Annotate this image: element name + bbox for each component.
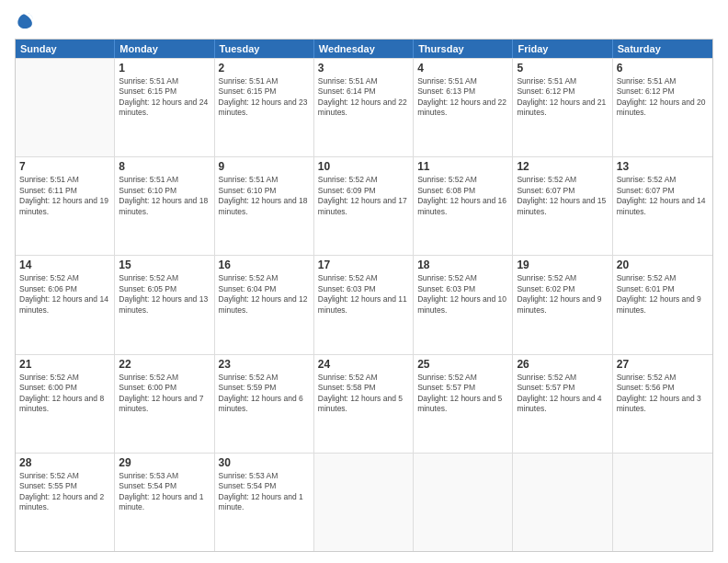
day-cell-25: 25Sunrise: 5:52 AMSunset: 5:57 PMDayligh… [414,355,513,453]
day-info: Sunrise: 5:52 AMSunset: 5:56 PMDaylight:… [617,373,709,415]
day-number: 5 [517,62,608,75]
day-cell-16: 16Sunrise: 5:52 AMSunset: 6:04 PMDayligh… [215,256,314,353]
day-number: 1 [119,62,210,75]
logo-icon [15,11,35,31]
day-number: 11 [417,160,508,173]
day-cell-17: 17Sunrise: 5:52 AMSunset: 6:03 PMDayligh… [314,256,414,353]
calendar-grid: SundayMondayTuesdayWednesdayThursdayFrid… [15,39,713,552]
weekday-header-saturday: Saturday [613,40,712,58]
day-info: Sunrise: 5:51 AMSunset: 6:13 PMDaylight:… [417,76,508,119]
day-number: 4 [417,62,508,75]
day-number: 14 [19,259,110,271]
day-cell-3: 3Sunrise: 5:51 AMSunset: 6:14 PMDaylight… [314,59,414,156]
weekday-header-friday: Friday [513,40,612,58]
day-cell-empty-4-6 [613,454,712,551]
day-number: 3 [318,62,409,75]
day-cell-empty-4-3 [314,454,414,551]
day-number: 27 [617,358,709,371]
weekday-header-wednesday: Wednesday [314,40,414,58]
day-info: Sunrise: 5:51 AMSunset: 6:12 PMDaylight:… [517,76,608,119]
day-number: 15 [119,259,210,271]
day-number: 12 [517,160,608,173]
day-number: 17 [318,259,409,271]
day-cell-5: 5Sunrise: 5:51 AMSunset: 6:12 PMDaylight… [513,59,612,156]
header [15,11,713,31]
day-cell-18: 18Sunrise: 5:52 AMSunset: 6:03 PMDayligh… [414,256,513,353]
day-cell-empty-4-4 [414,454,513,551]
day-cell-1: 1Sunrise: 5:51 AMSunset: 6:15 PMDaylight… [115,59,214,156]
day-number: 19 [517,259,608,271]
weekday-header-tuesday: Tuesday [215,40,314,58]
day-cell-19: 19Sunrise: 5:52 AMSunset: 6:02 PMDayligh… [513,256,612,353]
day-cell-13: 13Sunrise: 5:52 AMSunset: 6:07 PMDayligh… [613,157,712,255]
day-cell-6: 6Sunrise: 5:51 AMSunset: 6:12 PMDaylight… [613,59,712,156]
day-info: Sunrise: 5:52 AMSunset: 5:58 PMDaylight:… [318,373,409,415]
day-number: 6 [617,62,709,75]
day-info: Sunrise: 5:52 AMSunset: 5:57 PMDaylight:… [517,373,608,415]
week-row-2: 7Sunrise: 5:51 AMSunset: 6:11 PMDaylight… [16,156,712,255]
weekday-header-row: SundayMondayTuesdayWednesdayThursdayFrid… [16,40,712,58]
calendar-page: SundayMondayTuesdayWednesdayThursdayFrid… [0,0,728,563]
day-info: Sunrise: 5:53 AMSunset: 5:54 PMDaylight:… [219,471,310,513]
day-cell-27: 27Sunrise: 5:52 AMSunset: 5:56 PMDayligh… [613,355,712,453]
day-number: 21 [19,358,110,371]
day-number: 25 [417,358,508,371]
day-number: 16 [219,259,310,271]
day-cell-26: 26Sunrise: 5:52 AMSunset: 5:57 PMDayligh… [513,355,612,453]
day-info: Sunrise: 5:52 AMSunset: 6:06 PMDaylight:… [19,273,110,316]
day-info: Sunrise: 5:52 AMSunset: 6:00 PMDaylight:… [19,373,110,415]
day-cell-7: 7Sunrise: 5:51 AMSunset: 6:11 PMDaylight… [16,157,115,255]
week-row-4: 21Sunrise: 5:52 AMSunset: 6:00 PMDayligh… [16,354,712,453]
day-info: Sunrise: 5:52 AMSunset: 6:03 PMDaylight:… [417,273,508,316]
day-cell-24: 24Sunrise: 5:52 AMSunset: 5:58 PMDayligh… [314,355,414,453]
day-cell-8: 8Sunrise: 5:51 AMSunset: 6:10 PMDaylight… [115,157,214,255]
day-info: Sunrise: 5:52 AMSunset: 6:02 PMDaylight:… [517,273,608,316]
day-cell-2: 2Sunrise: 5:51 AMSunset: 6:15 PMDaylight… [215,59,314,156]
day-info: Sunrise: 5:51 AMSunset: 6:15 PMDaylight:… [219,76,310,119]
weekday-header-sunday: Sunday [16,40,115,58]
day-number: 13 [617,160,709,173]
day-info: Sunrise: 5:52 AMSunset: 6:08 PMDaylight:… [417,175,508,217]
day-info: Sunrise: 5:52 AMSunset: 5:55 PMDaylight:… [19,471,110,513]
calendar-body: 1Sunrise: 5:51 AMSunset: 6:15 PMDaylight… [16,58,712,551]
day-info: Sunrise: 5:52 AMSunset: 5:59 PMDaylight:… [219,373,310,415]
day-cell-12: 12Sunrise: 5:52 AMSunset: 6:07 PMDayligh… [513,157,612,255]
day-cell-empty-0-0 [16,59,115,156]
day-cell-11: 11Sunrise: 5:52 AMSunset: 6:08 PMDayligh… [414,157,513,255]
day-cell-28: 28Sunrise: 5:52 AMSunset: 5:55 PMDayligh… [16,454,115,551]
day-info: Sunrise: 5:52 AMSunset: 6:01 PMDaylight:… [617,273,709,316]
logo [15,11,39,31]
week-row-1: 1Sunrise: 5:51 AMSunset: 6:15 PMDaylight… [16,58,712,156]
day-cell-4: 4Sunrise: 5:51 AMSunset: 6:13 PMDaylight… [414,59,513,156]
day-number: 9 [219,160,310,173]
day-cell-15: 15Sunrise: 5:52 AMSunset: 6:05 PMDayligh… [115,256,214,353]
day-cell-30: 30Sunrise: 5:53 AMSunset: 5:54 PMDayligh… [215,454,314,551]
day-number: 18 [417,259,508,271]
day-cell-21: 21Sunrise: 5:52 AMSunset: 6:00 PMDayligh… [16,355,115,453]
day-cell-22: 22Sunrise: 5:52 AMSunset: 6:00 PMDayligh… [115,355,214,453]
day-cell-9: 9Sunrise: 5:51 AMSunset: 6:10 PMDaylight… [215,157,314,255]
day-number: 28 [19,456,110,469]
day-number: 7 [19,160,110,173]
day-number: 30 [219,456,310,469]
day-info: Sunrise: 5:51 AMSunset: 6:11 PMDaylight:… [19,175,110,217]
weekday-header-thursday: Thursday [414,40,513,58]
day-number: 20 [617,259,709,271]
day-number: 10 [318,160,409,173]
day-info: Sunrise: 5:52 AMSunset: 6:03 PMDaylight:… [318,273,409,316]
day-info: Sunrise: 5:52 AMSunset: 6:00 PMDaylight:… [119,373,210,415]
day-info: Sunrise: 5:52 AMSunset: 6:07 PMDaylight:… [517,175,608,217]
week-row-3: 14Sunrise: 5:52 AMSunset: 6:06 PMDayligh… [16,255,712,353]
day-cell-20: 20Sunrise: 5:52 AMSunset: 6:01 PMDayligh… [613,256,712,353]
weekday-header-monday: Monday [115,40,214,58]
day-info: Sunrise: 5:51 AMSunset: 6:12 PMDaylight:… [617,76,709,119]
day-cell-23: 23Sunrise: 5:52 AMSunset: 5:59 PMDayligh… [215,355,314,453]
day-cell-empty-4-5 [513,454,612,551]
day-info: Sunrise: 5:52 AMSunset: 6:09 PMDaylight:… [318,175,409,217]
day-info: Sunrise: 5:52 AMSunset: 6:07 PMDaylight:… [617,175,709,217]
day-info: Sunrise: 5:52 AMSunset: 6:05 PMDaylight:… [119,273,210,316]
day-number: 24 [318,358,409,371]
day-info: Sunrise: 5:51 AMSunset: 6:14 PMDaylight:… [318,76,409,119]
week-row-5: 28Sunrise: 5:52 AMSunset: 5:55 PMDayligh… [16,453,712,551]
day-cell-14: 14Sunrise: 5:52 AMSunset: 6:06 PMDayligh… [16,256,115,353]
